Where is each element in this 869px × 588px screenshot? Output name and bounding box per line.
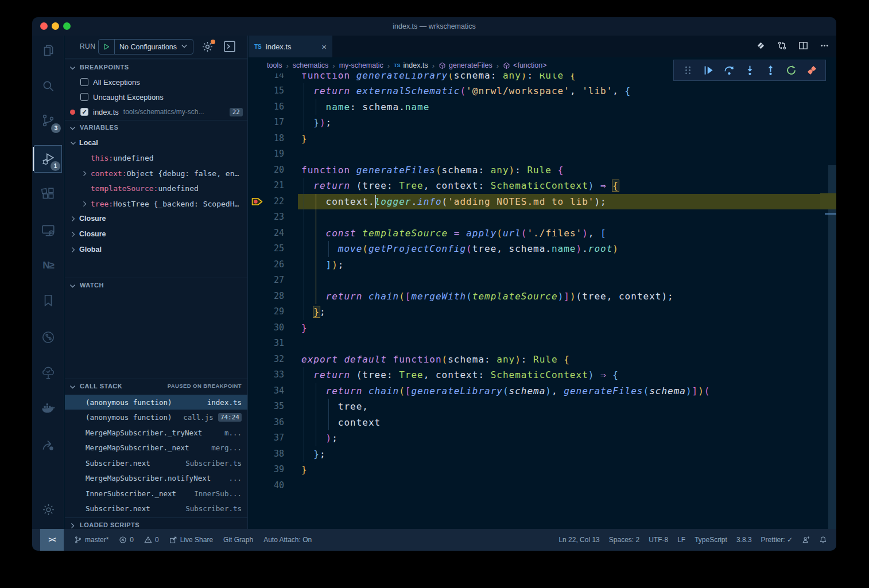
checkbox[interactable] bbox=[80, 78, 88, 86]
breadcrumb-item[interactable]: tools bbox=[267, 61, 282, 69]
line-number[interactable]: 29 bbox=[259, 304, 284, 320]
line-number[interactable]: 30 bbox=[259, 320, 284, 336]
code-editor[interactable]: 14function generateLibrary(schema: any):… bbox=[249, 57, 836, 529]
section-header-watch[interactable]: WATCH bbox=[65, 278, 247, 291]
activity-bar-manage[interactable] bbox=[34, 496, 62, 523]
code-line[interactable]: 23 bbox=[249, 209, 836, 225]
activity-bar-extensions[interactable] bbox=[34, 180, 62, 208]
line-number[interactable]: 15 bbox=[259, 83, 284, 99]
line-number[interactable]: 33 bbox=[259, 367, 284, 383]
variable-row[interactable]: Local bbox=[65, 135, 247, 150]
line-number[interactable]: 26 bbox=[259, 257, 284, 273]
code-line[interactable]: 17 }); bbox=[249, 115, 836, 131]
line-number[interactable]: 39 bbox=[259, 462, 284, 478]
prettier[interactable]: Prettier: ✓ bbox=[761, 536, 793, 544]
line-number[interactable]: 16 bbox=[259, 99, 284, 115]
activity-bar-run-and-debug[interactable]: 1 bbox=[34, 145, 62, 173]
start-debugging-button[interactable] bbox=[99, 40, 115, 54]
code-line[interactable]: 30} bbox=[249, 320, 836, 336]
line-number[interactable]: 40 bbox=[259, 478, 284, 494]
continue-button[interactable] bbox=[698, 62, 719, 79]
activity-bar-bookmarks[interactable] bbox=[34, 287, 62, 314]
section-header-variables[interactable]: VARIABLES bbox=[65, 120, 247, 134]
code-line[interactable]: 27 bbox=[249, 272, 836, 289]
line-number[interactable]: 24 bbox=[259, 225, 284, 242]
code-line[interactable]: 32export default function(schema: any): … bbox=[249, 352, 836, 368]
line-number[interactable]: 19 bbox=[259, 146, 284, 162]
call-stack-frame[interactable]: InnerSubscriber._nextInnerSub... bbox=[65, 486, 247, 501]
code-line[interactable]: 28 return chain([mergeWith(templateSourc… bbox=[249, 289, 836, 305]
launch-configuration-dropdown[interactable]: No Configurations bbox=[98, 39, 193, 54]
call-stack-frame[interactable]: MergeMapSubscriber._tryNextm... bbox=[65, 425, 247, 440]
split-editor-button[interactable] bbox=[798, 41, 808, 53]
variable-row[interactable]: context: Object {debug: false, en… bbox=[65, 166, 247, 181]
call-stack-frame[interactable]: Subscriber.nextSubscriber.ts bbox=[65, 455, 247, 470]
code-line[interactable]: 29 }; bbox=[249, 304, 836, 320]
call-stack-frame[interactable]: MergeMapSubscriber.notifyNext... bbox=[65, 471, 247, 486]
line-number[interactable]: 35 bbox=[259, 399, 284, 415]
code-line[interactable]: 25 move(getProjectConfig(tree, schema.na… bbox=[249, 241, 836, 257]
activity-bar-explorer[interactable] bbox=[34, 37, 62, 64]
code-line[interactable]: 35 tree, bbox=[249, 399, 836, 415]
section-header-call-stack[interactable]: CALL STACKPAUSED ON BREAKPOINT bbox=[65, 379, 247, 392]
chevron-right-icon[interactable] bbox=[69, 246, 77, 254]
variable-row[interactable]: Global bbox=[65, 242, 247, 257]
line-number[interactable]: 31 bbox=[259, 336, 284, 352]
code-line[interactable]: 22 context.logger.info('adding NOTES.md … bbox=[249, 194, 836, 210]
code-line[interactable]: 36 context bbox=[249, 415, 836, 431]
compare-changes-button[interactable] bbox=[777, 41, 787, 53]
errors[interactable]: 0 bbox=[119, 536, 134, 544]
call-stack-frame[interactable]: Subscriber.nextSubscriber.ts bbox=[65, 501, 247, 516]
open-changes-button[interactable] bbox=[756, 41, 766, 53]
line-number[interactable]: 32 bbox=[259, 352, 284, 368]
breakpoint-item[interactable]: ✓index.tstools/schematics/my-sch...22 bbox=[65, 104, 247, 119]
breadcrumb-item[interactable]: <function> bbox=[503, 61, 546, 69]
line-number[interactable]: 34 bbox=[259, 383, 284, 399]
open-launch-json-button[interactable] bbox=[201, 41, 214, 53]
step-into-button[interactable] bbox=[739, 62, 760, 79]
disconnect-button[interactable] bbox=[801, 62, 822, 79]
code-line[interactable]: 37 ); bbox=[249, 430, 836, 446]
line-number[interactable]: 21 bbox=[259, 178, 284, 194]
encoding[interactable]: UTF-8 bbox=[649, 536, 668, 544]
variable-row[interactable]: this: undefined bbox=[65, 150, 247, 165]
eol[interactable]: LF bbox=[677, 536, 685, 544]
more-actions-button[interactable] bbox=[820, 41, 829, 53]
line-number[interactable]: 38 bbox=[259, 446, 284, 462]
line-number[interactable]: 25 bbox=[259, 241, 284, 257]
git-graph[interactable]: Git Graph bbox=[223, 536, 253, 544]
variable-row[interactable]: templateSource: undefined bbox=[65, 181, 247, 196]
auto-attach[interactable]: Auto Attach: On bbox=[263, 536, 312, 544]
breadcrumb-item[interactable]: generateFiles bbox=[439, 61, 492, 69]
line-number[interactable]: 20 bbox=[259, 162, 284, 178]
activity-bar-test-explorer[interactable] bbox=[34, 359, 62, 387]
line-number[interactable]: 17 bbox=[259, 115, 284, 131]
indentation[interactable]: Spaces: 2 bbox=[609, 536, 639, 544]
editor-scrollbar[interactable] bbox=[828, 57, 836, 529]
code-line[interactable]: 21 return (tree: Tree, context: Schemati… bbox=[249, 178, 836, 194]
line-number[interactable]: 23 bbox=[259, 209, 284, 225]
checkbox[interactable] bbox=[80, 93, 88, 101]
feedback[interactable] bbox=[802, 536, 810, 544]
activity-bar-git-history[interactable] bbox=[34, 324, 62, 351]
configuration-value[interactable]: No Configurations bbox=[115, 43, 180, 51]
scrollbar-slider[interactable] bbox=[828, 165, 836, 529]
code-line[interactable]: 19 bbox=[249, 146, 836, 162]
cursor-position[interactable]: Ln 22, Col 13 bbox=[558, 536, 599, 544]
restart-button[interactable] bbox=[781, 62, 801, 79]
warnings[interactable]: 0 bbox=[144, 536, 159, 544]
chevron-right-icon[interactable] bbox=[81, 170, 88, 177]
remote-indicator[interactable]: >< bbox=[40, 529, 64, 551]
activity-bar-nx-console[interactable]: N≥ bbox=[34, 252, 62, 279]
code-line[interactable]: 16 name: schema.name bbox=[249, 99, 836, 115]
breadcrumb-item[interactable]: my-schematic bbox=[339, 61, 383, 69]
chevron-right-icon[interactable] bbox=[69, 215, 77, 223]
code-line[interactable]: 40 bbox=[249, 478, 836, 494]
variable-row[interactable]: tree: HostTree {_backend: ScopedH… bbox=[65, 196, 247, 211]
activity-bar-source-control[interactable]: 3 bbox=[34, 107, 62, 134]
current-statement-breakpoint-icon[interactable] bbox=[251, 196, 263, 207]
code-line[interactable]: 18} bbox=[249, 131, 836, 147]
debug-console-button[interactable] bbox=[223, 40, 237, 54]
call-stack-frame[interactable]: (anonymous function)call.js74:24 bbox=[65, 410, 247, 425]
activity-bar-remote-explorer[interactable] bbox=[34, 217, 62, 244]
